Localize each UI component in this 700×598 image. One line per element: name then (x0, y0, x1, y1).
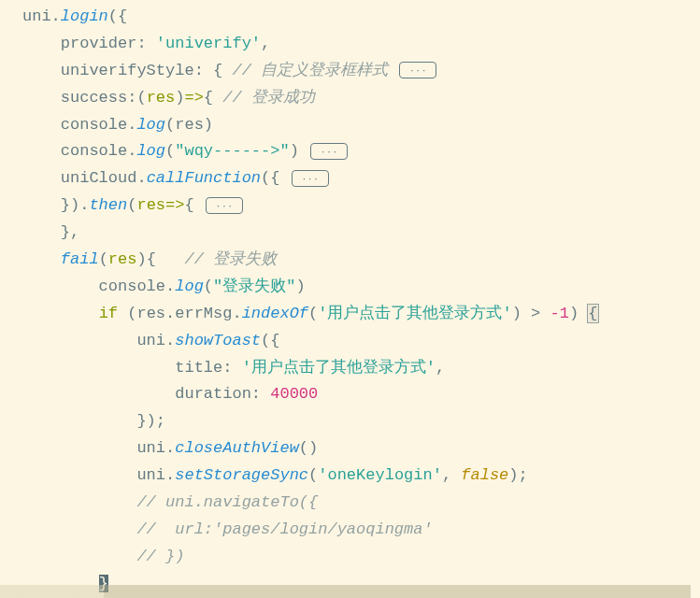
code-line[interactable]: console.log("wqy------>") ··· (0, 138, 700, 165)
code-line[interactable]: console.log(res) (0, 112, 700, 139)
param: res (108, 250, 137, 268)
fold-marker[interactable]: ··· (399, 62, 436, 78)
fold-marker[interactable]: ··· (206, 197, 243, 214)
arrow: => (184, 89, 203, 107)
param: res (147, 89, 176, 107)
horizontal-scrollbar[interactable] (0, 585, 691, 598)
method-call: log (136, 142, 165, 160)
code-line[interactable]: }).then(res=>{ ··· (0, 192, 700, 220)
string-literal: 'univerify' (156, 35, 261, 52)
method-call: indexOf (242, 305, 308, 322)
code-line[interactable]: title: '用户点击了其他登录方式', (0, 355, 700, 382)
keyword: if (99, 305, 118, 322)
code-line[interactable]: }, (0, 220, 700, 247)
code-line[interactable]: // }) (0, 544, 700, 571)
code-line[interactable]: }); (0, 408, 700, 435)
number-literal: -1 (550, 305, 569, 322)
code-line[interactable]: console.log("登录失败") (0, 274, 700, 301)
code-line[interactable]: fail(res){ // 登录失败 (0, 247, 700, 274)
brace-match: { (588, 305, 597, 322)
comment: // 登录成功 (222, 89, 315, 107)
comment: // }) (136, 548, 184, 565)
comment: // 自定义登录框样式 (232, 62, 397, 79)
string-literal: '用户点击了其他登录方式' (242, 359, 436, 377)
method-call: setStorageSync (175, 466, 308, 484)
code-line[interactable]: success:(res)=>{ // 登录成功 (0, 85, 700, 112)
boolean-literal: false (461, 466, 508, 484)
comment: // uni.navigateTo({ (136, 493, 318, 511)
method-call: log (175, 278, 204, 295)
arrow: => (165, 196, 184, 214)
method-call: showToast (175, 332, 261, 349)
identifier: uni (22, 7, 51, 25)
comment: // url:'pages/login/yaoqingma' (136, 520, 432, 538)
method-call: then (89, 196, 127, 214)
fold-marker[interactable]: ··· (292, 170, 329, 187)
string-literal: '用户点击了其他登录方式' (318, 305, 511, 322)
method-call: log (136, 116, 165, 134)
fold-marker[interactable]: ··· (310, 143, 348, 160)
method-call: login (61, 7, 108, 25)
code-line[interactable]: if (res.errMsg.indexOf('用户点击了其他登录方式') > … (0, 301, 700, 328)
code-line[interactable]: uniCloud.callFunction({ ··· (0, 165, 700, 192)
number-literal: 40000 (270, 385, 318, 403)
code-line[interactable]: uni.setStorageSync('oneKeylogin', false)… (0, 463, 700, 490)
code-line[interactable]: duration: 40000 (0, 381, 700, 408)
comment: // 登录失败 (184, 250, 277, 268)
method-name: fail (61, 250, 99, 268)
param: res (136, 196, 165, 214)
code-line[interactable]: uni.login({ (0, 4, 700, 31)
code-line[interactable]: // uni.navigateTo({ (0, 490, 700, 517)
code-line[interactable]: provider: 'univerify', (0, 31, 700, 58)
method-call: closeAuthView (175, 439, 299, 457)
method-call: callFunction (147, 169, 261, 187)
code-line[interactable]: uni.closeAuthView() (0, 435, 700, 463)
code-line[interactable]: uni.showToast({ (0, 328, 700, 355)
string-literal: "登录失败" (213, 278, 295, 295)
code-editor[interactable]: uni.login({ provider: 'univerify', unive… (0, 0, 700, 598)
code-line[interactable]: univerifyStyle: { // 自定义登录框样式 ··· (0, 58, 700, 85)
string-literal: 'oneKeylogin' (318, 466, 442, 484)
string-literal: "wqy------>" (175, 142, 289, 160)
code-line[interactable]: // url:'pages/login/yaoqingma' (0, 517, 700, 544)
